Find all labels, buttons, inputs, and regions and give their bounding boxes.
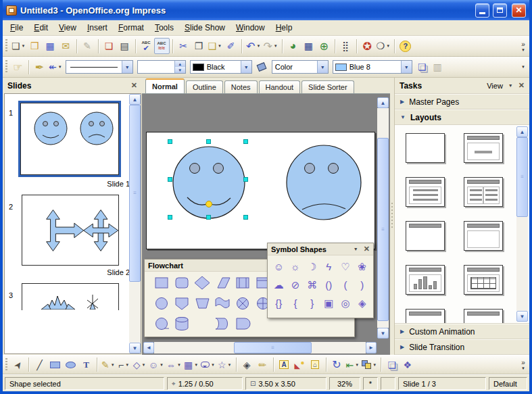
layout-thumb-title-content[interactable] [464,133,503,163]
line-tool-button[interactable]: ╱ [32,357,47,373]
open-button[interactable]: ❒ [27,38,43,54]
spellcheck-button[interactable]: ABC✔ [139,38,154,54]
symbol-shape-icon[interactable]: ☺ [270,257,287,276]
canvas-hscrollbar[interactable]: ◄ ► [143,342,377,353]
ellipse-tool-button[interactable] [63,357,78,373]
copy-button[interactable]: ❐ [191,38,207,54]
selection-handle-se[interactable] [243,215,248,220]
layout-thumb-partial[interactable] [406,309,445,324]
layout-thumb-title-two-content[interactable] [464,177,503,207]
arrow-style-button[interactable]: ↞▼ [47,59,64,75]
slide-thumbnail-3[interactable]: 3 [5,283,141,310]
menu-item[interactable]: Tools [149,21,179,34]
page-style-field[interactable]: Default [489,377,527,390]
symbol-shape-icon[interactable]: ( [337,276,354,294]
shadow-toggle-button[interactable]: ❏ [414,59,430,75]
symbol-shape-icon[interactable]: ☁ [270,276,287,294]
toolbar-overflow-button[interactable]: »▼ [518,359,528,370]
line-style-select[interactable]: ▼ [66,60,133,74]
canvas-vscrollbar[interactable]: ▲ ▼ [377,97,389,339]
line-dialog-button[interactable]: ✒ [32,59,47,75]
layout-thumb-partial[interactable] [464,309,503,324]
chevron-down-icon[interactable]: ▼ [508,83,513,88]
curve-tool-button[interactable]: ✎▼ [100,357,116,373]
menu-item[interactable]: Help [270,21,298,34]
slide-page[interactable] [146,132,375,249]
layout-thumb-title-object[interactable] [464,221,503,251]
scroll-down-icon[interactable]: ▼ [129,343,141,353]
line-width-input[interactable]: ▲▼ [137,60,186,74]
basic-shapes-button[interactable]: ◇▼ [132,357,147,373]
menu-item[interactable]: Format [113,21,149,34]
block-arrows-button[interactable]: ⇔▼ [165,357,183,373]
selection-handle-s[interactable] [206,215,211,220]
zoom-level-field[interactable]: 32% [329,377,360,390]
arrange-button[interactable]: ▼ [360,357,378,373]
chart-button[interactable]: ◕ [285,38,301,54]
gallery-button[interactable]: ⌂ [308,357,323,373]
symbol-shapes-button[interactable]: ☺▼ [147,357,165,373]
scrollbar-thumb[interactable] [129,105,141,282]
layout-thumb-title-only[interactable] [406,221,445,251]
symbol-shape-icon[interactable]: ϟ [320,257,337,276]
email-button[interactable]: ✉ [58,38,74,54]
layout-thumb-title-table[interactable] [464,265,503,295]
fill-style-select[interactable]: Color ▼ [272,60,329,74]
save-button[interactable]: ▦ [43,38,58,54]
selection-handle-sw[interactable] [168,215,172,220]
callouts-button[interactable]: ▼ [199,357,216,373]
stars-button[interactable]: ☆▼ [216,357,233,373]
object-size-field[interactable]: ⊡3.50 x 3.50 [245,377,327,390]
symbol-shape-icon[interactable]: ▣ [320,294,337,312]
selection-handle-nw[interactable] [168,139,172,144]
rectangle-tool-button[interactable] [47,357,63,373]
toolbar-grip[interactable] [5,358,7,372]
scroll-down-icon[interactable]: ▼ [516,311,528,322]
tab-slide-sorter[interactable]: Slide Sorter [301,80,354,93]
tab-notes[interactable]: Notes [224,80,258,93]
paste-button[interactable]: ❑▼ [207,38,224,54]
layouts-scrollbar[interactable]: ▲ ▼ [516,126,528,322]
section-layouts[interactable]: ▼ Layouts [395,109,529,125]
symbol-shape-icon[interactable]: ⌘ [304,276,320,294]
toolbar-grip[interactable] [5,39,7,53]
help-button[interactable]: ? [397,38,413,54]
slides-scrollbar[interactable]: ▲ ▼ [129,94,141,353]
chevron-down-icon[interactable]: ▼ [354,247,358,251]
layout-thumb-blank[interactable] [406,133,445,163]
tab-handout[interactable]: Handout [259,80,301,93]
symbol-shapes-close-icon[interactable]: ✕ [364,245,370,253]
symbol-shape-icon[interactable]: () [320,276,337,294]
export-pdf-button[interactable]: ❏ [101,38,117,54]
layout-thumb-title-chart[interactable] [406,265,445,295]
navigator-button[interactable]: ✪ [360,38,375,54]
symbol-shape-icon[interactable]: ☽ [304,257,320,276]
symbol-shape-icon[interactable]: ◎ [337,294,354,312]
section-slide-transition[interactable]: ▶ Slide Transition [395,339,529,355]
toolbar-grip[interactable] [5,60,7,74]
tasks-panel-close-icon[interactable]: ✕ [518,81,525,90]
edit-points-button[interactable]: ☞ [10,59,26,75]
symbol-shapes-palette-title[interactable]: Symbol Shapes ▼ ✕ [268,243,373,255]
print-button[interactable]: ▤ [117,38,132,54]
tab-outline[interactable]: Outline [186,80,223,93]
menu-item[interactable]: Edit [28,21,53,34]
select-tool-button[interactable]: ➤ [10,357,26,373]
maximize-button[interactable] [493,3,507,18]
line-color-select[interactable]: Black ▼ [190,60,252,74]
scroll-down-icon[interactable]: ▼ [377,328,389,339]
slide-canvas[interactable]: Flowchart [142,93,390,355]
cut-button[interactable]: ✂ [176,38,191,54]
symbol-shape-icon[interactable]: ) [354,276,370,294]
crop-button[interactable]: ▥ [430,59,445,75]
scroll-left-icon[interactable]: ◄ [143,342,154,353]
flowchart-shapes-button[interactable]: ▦▼ [183,357,199,373]
toolbar-overflow-button[interactable]: »▼ [518,41,528,52]
fontwork-button[interactable]: A [276,357,292,373]
selection-handle-ne[interactable] [243,139,248,144]
edit-file-button[interactable]: ✎ [80,38,95,54]
slides-panel-close-icon[interactable]: ✕ [131,81,137,90]
hyperlink-button[interactable]: ⊕ [316,38,332,54]
connector-tool-button[interactable]: ⌐▼ [116,357,132,373]
scroll-up-icon[interactable]: ▲ [377,97,389,108]
